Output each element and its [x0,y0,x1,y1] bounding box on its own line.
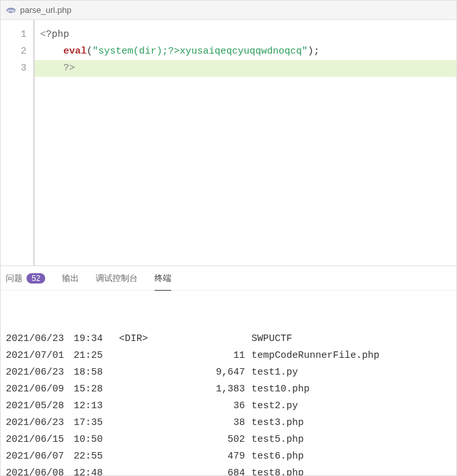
col-date: 2021/06/15 [6,431,74,448]
col-date: 2021/06/09 [6,381,74,398]
col-date: 2021/06/23 [6,415,74,431]
tab-debug-console[interactable]: 调试控制台 [96,266,138,290]
col-type [119,364,167,381]
tab-terminal[interactable]: 终端 [154,267,171,291]
col-size: 502 [167,431,251,448]
php-file-icon: php [6,5,16,16]
terminal-row: 2021/06/2319:34<DIR>SWPUCTF [6,331,451,347]
problems-count-badge: 52 [27,273,45,284]
tab-output[interactable]: 输出 [62,266,79,290]
code-editor[interactable]: 1 2 3 <?php eval("system(dir);?>xyusaiqe… [1,20,456,265]
col-size: 9,647 [167,364,251,381]
terminal-row: 2021/06/1510:50502test5.php [6,431,451,448]
col-name: test5.php [251,431,451,448]
panel-tab-bar: 问题 52 输出 调试控制台 终端 [1,266,456,291]
col-date: 2021/06/08 [6,465,74,476]
col-size: 1,383 [167,381,251,398]
col-size: 684 [167,465,251,476]
col-name: test6.php [251,448,451,465]
col-time: 21:25 [74,347,119,364]
col-type [119,431,167,448]
col-name: SWPUCTF [251,331,451,347]
code-line-2: eval("system(dir);?>xyusaiqeqcyuqqwdnoqc… [35,43,456,60]
col-type [119,448,167,465]
code-line-1: <?php [35,26,456,43]
line-number: 3 [1,60,27,77]
col-time: 17:35 [74,415,119,431]
col-size: 36 [167,398,251,415]
col-size: 479 [167,448,251,465]
line-number: 1 [1,26,27,43]
col-time: 22:55 [74,448,119,465]
col-time: 10:50 [74,431,119,448]
col-date: 2021/06/23 [6,364,74,381]
col-date: 2021/05/28 [6,398,74,415]
col-date: 2021/06/23 [6,331,74,347]
col-type [119,465,167,476]
line-gutter: 1 2 3 [1,20,33,265]
code-line-3: ?> [35,60,456,77]
svg-text:php: php [8,8,15,12]
col-name: test3.php [251,415,451,431]
col-name: test1.py [251,364,451,381]
col-type [119,415,167,431]
col-type [119,381,167,398]
terminal-row: 2021/07/0121:2511tempCodeRunnerFile.php [6,347,451,364]
terminal-row: 2021/06/2318:589,647test1.py [6,364,451,381]
terminal-row: 2021/06/0722:55479test6.php [6,448,451,465]
col-time: 19:34 [74,331,119,347]
col-name: test2.py [251,398,451,415]
editor-tab-bar: php parse_url.php [1,1,456,20]
col-name: test8.php [251,465,451,476]
tab-problems[interactable]: 问题 52 [6,266,45,290]
terminal-row: 2021/06/0915:281,383test10.php [6,381,451,398]
col-name: test10.php [251,381,451,398]
tab-problems-label: 问题 [6,273,23,284]
col-time: 15:28 [74,381,119,398]
code-content[interactable]: <?php eval("system(dir);?>xyusaiqeqcyuqq… [33,20,456,265]
col-date: 2021/07/01 [6,347,74,364]
terminal-row: 2021/06/2317:3538test3.php [6,415,451,431]
col-type [119,398,167,415]
line-number: 2 [1,43,27,60]
terminal-row: 2021/05/2812:1336test2.py [6,398,451,415]
terminal-output[interactable]: 2021/06/2319:34<DIR>SWPUCTF2021/07/0121:… [1,291,456,476]
col-type [119,347,167,364]
col-name: tempCodeRunnerFile.php [251,347,451,364]
editor-tab-filename[interactable]: parse_url.php [20,5,72,15]
col-date: 2021/06/07 [6,448,74,465]
col-time: 12:48 [74,465,119,476]
col-time: 12:13 [74,398,119,415]
col-size: 38 [167,415,251,431]
col-size: 11 [167,347,251,364]
col-size [167,331,251,347]
col-type: <DIR> [119,331,167,347]
terminal-row: 2021/06/0812:48684test8.php [6,465,451,476]
col-time: 18:58 [74,364,119,381]
